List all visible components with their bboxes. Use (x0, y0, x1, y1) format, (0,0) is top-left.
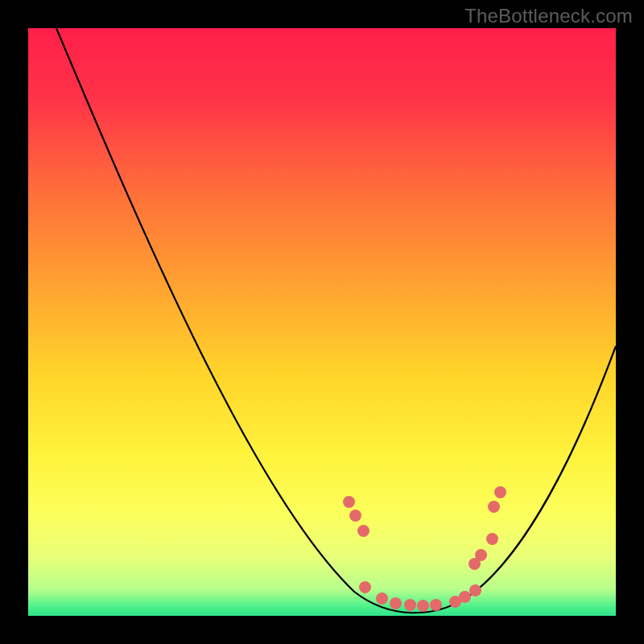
dots-layer (28, 28, 616, 616)
chart-stage: TheBottleneck.com (0, 0, 644, 644)
data-point-dot (486, 533, 498, 545)
data-point-dot (475, 549, 487, 561)
data-point-dot (376, 592, 388, 605)
data-point-dot (430, 599, 442, 611)
data-point-dot (357, 525, 369, 537)
plot-area (28, 28, 616, 616)
watermark-text: TheBottleneck.com (464, 5, 633, 27)
data-point-dot (488, 501, 500, 513)
data-point-dot (359, 581, 371, 593)
data-point-dot (494, 486, 506, 498)
data-point-dot (390, 597, 402, 609)
data-point-dot (469, 584, 481, 597)
data-point-dot (417, 600, 429, 612)
data-point-dot (343, 496, 355, 508)
data-point-dot (349, 510, 361, 522)
data-point-dot (459, 591, 471, 603)
data-point-dot (404, 599, 416, 611)
